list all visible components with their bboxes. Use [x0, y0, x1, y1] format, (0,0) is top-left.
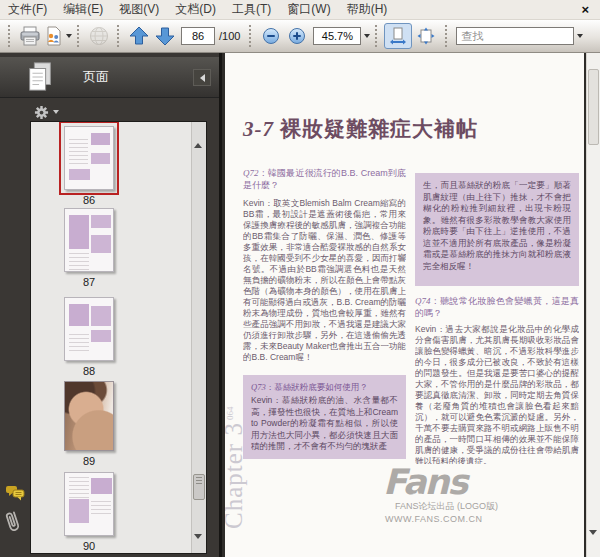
watermark-line2: WWW.FANS.COM.CN: [385, 514, 573, 524]
thumbnail-page-number: 90: [64, 540, 114, 552]
thumbnail-page-number: 89: [64, 455, 114, 467]
acrobat-com-button[interactable]: [86, 23, 112, 49]
navigation-pane: 页面 86 87 88: [0, 53, 222, 557]
thumbnail-image[interactable]: [64, 126, 114, 190]
menu-help[interactable]: 帮助(H): [347, 1, 388, 18]
fit-page-button[interactable]: [412, 23, 440, 49]
thumbnail-list: 86 87 88 89 90: [30, 121, 207, 554]
arrow-down-icon: [154, 25, 176, 47]
q74-label: Q74: [415, 296, 431, 306]
plus-circle-icon: [288, 27, 306, 45]
menu-edit[interactable]: 编辑(E): [63, 1, 103, 18]
chapter-folio: 064: [225, 407, 235, 421]
q73-heading: Q73：慕絲狀粉底要如何使用？: [251, 382, 398, 393]
scrollbar-thumb[interactable]: [588, 69, 599, 145]
thumbnail-image[interactable]: [64, 472, 114, 536]
zoom-out-button[interactable]: [258, 23, 284, 49]
panel-options[interactable]: [34, 101, 59, 123]
document-page: 3-7裸妝疑難雜症大補帖 Q72：韓國最近很流行的B.B. Cream到底是什麼…: [225, 53, 584, 557]
scroll-down-icon[interactable]: [194, 539, 204, 549]
zoom-dropdown-icon[interactable]: [364, 34, 370, 38]
thumbnail-page-number: 86: [64, 194, 114, 206]
pdf-reader-window: 文件(F) 编辑(E) 视图(V) 文档(D) 工具(T) 窗口(W) 帮助(H…: [0, 0, 600, 557]
q73-continued-box: 生，而且慕絲狀的粉底「一定要」順著肌膚紋理（由上往下）推抹，才不會把糊化的粉粒推…: [415, 173, 579, 286]
attachments-panel-button[interactable]: [0, 506, 27, 542]
document-pane: 3-7裸妝疑難雜症大補帖 Q72：韓國最近很流行的B.B. Cream到底是什麼…: [222, 53, 600, 557]
right-column: Q74：聽說常化妝臉色會變蠟黃，這是真的嗎？ Kevin：過去大家都說是化妝品中…: [415, 295, 579, 464]
menu-tools[interactable]: 工具(T): [232, 1, 271, 18]
chevron-left-icon: [200, 74, 205, 82]
menu-window[interactable]: 窗口(W): [287, 1, 330, 18]
page-thumbnail-86[interactable]: 86: [64, 126, 114, 206]
comments-icon: [5, 485, 25, 502]
scrollbar-thumb[interactable]: [193, 474, 205, 500]
q74-heading: Q74：聽說常化妝臉色會變蠟黃，這是真的嗎？: [415, 295, 579, 319]
q73-label: Q73: [251, 382, 266, 392]
q73-answer: Kevin：慕絲狀粉底的油、水含量都不高，揮發性也很快，在質地上和Cream t…: [251, 395, 398, 453]
pages-panel-icon[interactable]: [25, 61, 55, 93]
q74-question: ：聽說常化妝臉色會變蠟黃，這是真的嗎？: [415, 296, 579, 318]
thumbnail-scrollbar[interactable]: [191, 122, 206, 553]
section-title: 裸妝疑難雜症大補帖: [280, 117, 478, 141]
page-thumbnail-89[interactable]: 89: [64, 381, 114, 467]
page-thumbnail-88[interactable]: 88: [64, 297, 114, 377]
toolbar-separator: [249, 25, 253, 47]
collaborate-icon: [43, 26, 63, 46]
page-title: 3-7裸妝疑難雜症大補帖: [243, 115, 478, 143]
thumbnail-image[interactable]: [64, 297, 114, 361]
document-scrollbar[interactable]: [586, 53, 600, 557]
toolbar-separator: [445, 25, 449, 47]
fit-width-icon: [389, 27, 407, 45]
chapter-text: Chapter 3: [225, 422, 247, 529]
globe-icon: [88, 26, 110, 46]
pages-panel-header: 页面: [0, 57, 219, 98]
q74-answer: Kevin：過去大家都說是化妝品中的化學成分會傷害肌膚，尤其肌膚長期吸收彩妝品會…: [415, 324, 579, 464]
q72-heading: Q72：韓國最近很流行的B.B. Cream到底是什麼？: [243, 167, 406, 191]
gear-icon: [34, 105, 49, 120]
menu-document[interactable]: 文档(D): [175, 1, 216, 18]
zoom-level-value: 45.7%: [322, 30, 353, 42]
collaborate-button[interactable]: [43, 23, 72, 49]
page-number-input[interactable]: [181, 27, 215, 45]
zoom-level-select[interactable]: 45.7%: [313, 27, 361, 45]
fans-logo-text: Fans: [383, 462, 466, 502]
toolbar-separator: [117, 25, 121, 47]
chapter-label: Chapter 3064: [225, 379, 246, 529]
q73-box: Q73：慕絲狀粉底要如何使用？ Kevin：慕絲狀粉底的油、水含量都不高，揮發性…: [243, 375, 406, 459]
scroll-up-icon[interactable]: [194, 126, 204, 136]
page-thumbnail-87[interactable]: 87: [64, 208, 114, 288]
chevron-down-icon: [66, 34, 72, 38]
printer-icon: [19, 26, 41, 46]
toolbar-separator: [375, 25, 379, 47]
next-page-button[interactable]: [152, 23, 178, 49]
find-input[interactable]: [456, 27, 574, 45]
thumbnail-image[interactable]: [64, 381, 114, 451]
print-button[interactable]: [17, 23, 43, 49]
fit-width-button[interactable]: [384, 23, 412, 49]
thumbnail-page-number: 88: [64, 365, 114, 377]
watermark: Fans ★ FANS论坛出品 (LOGO版) WWW.FANS.COM.CN: [383, 465, 573, 524]
collapse-panel-button[interactable]: [193, 69, 211, 86]
page-total-label: /100: [219, 30, 240, 42]
minus-circle-icon: [262, 27, 280, 45]
q72-answer: Kevin：取英文Blemish Balm Cream縮寫的BB霜，最初設計是遮…: [243, 198, 406, 364]
menu-view[interactable]: 视图(V): [119, 1, 159, 18]
q73-answer-continued: 生，而且慕絲狀的粉底「一定要」順著肌膚紋理（由上往下）推抹，才不會把糊化的粉粒推…: [423, 180, 571, 272]
chevron-down-icon: [53, 110, 59, 114]
fit-page-icon: [417, 27, 435, 45]
q72-question: ：韓國最近很流行的B.B. Cream到底是什麼？: [243, 168, 406, 190]
zoom-in-button[interactable]: [284, 23, 310, 49]
menu-bar: 文件(F) 编辑(E) 视图(V) 文档(D) 工具(T) 窗口(W) 帮助(H…: [0, 0, 600, 20]
menu-file[interactable]: 文件(F): [8, 1, 47, 18]
close-icon[interactable]: ×: [581, 2, 589, 17]
thumbnail-image[interactable]: [64, 208, 114, 272]
comments-panel-button[interactable]: [5, 485, 25, 506]
fans-logo: Fans ★: [383, 465, 573, 499]
section-number: 3-7: [243, 117, 274, 141]
previous-page-button[interactable]: [126, 23, 152, 49]
left-column: Q72：韓國最近很流行的B.B. Cream到底是什麼？ Kevin：取英文Bl…: [243, 167, 406, 364]
scroll-down-icon[interactable]: [589, 535, 597, 553]
find-dropdown-icon[interactable]: [577, 34, 583, 38]
thumbnail-page-number: 87: [64, 276, 114, 288]
page-thumbnail-90[interactable]: 90: [64, 472, 114, 552]
